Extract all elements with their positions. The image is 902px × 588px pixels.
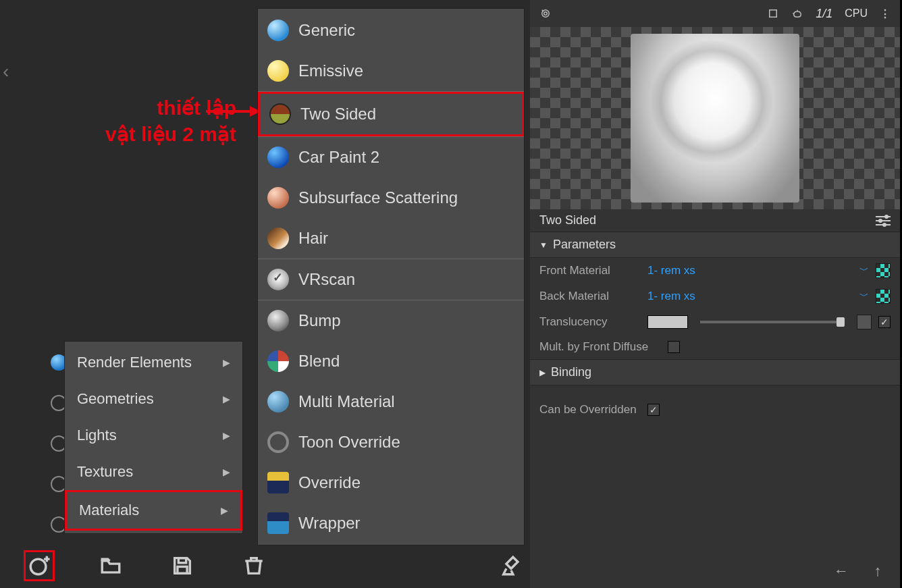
submenu-label: Subsurface Scattering xyxy=(298,188,458,207)
properties-footer: ← ↑ xyxy=(530,554,900,588)
submenu-label: Multi Material xyxy=(298,392,395,411)
menu-materials[interactable]: Materials ▶ xyxy=(65,490,242,531)
add-asset-button[interactable] xyxy=(24,550,55,581)
param-label: Front Material xyxy=(539,264,641,277)
section-label: Parameters xyxy=(553,238,616,252)
chevron-right-icon: ▶ xyxy=(223,430,230,441)
section-binding[interactable]: ▶ Binding xyxy=(530,359,900,385)
submenu-car-paint[interactable]: Car Paint 2 xyxy=(258,137,524,178)
asset-toolbar xyxy=(24,550,527,581)
material-override-icon xyxy=(267,472,289,493)
submenu-wrapper[interactable]: Wrapper xyxy=(258,503,524,543)
submenu-two-sided[interactable]: Two Sided xyxy=(258,92,524,136)
svg-point-4 xyxy=(544,12,548,16)
preview-resolution[interactable]: 1/1 xyxy=(816,7,832,21)
back-material-link[interactable]: 1- rem xs xyxy=(647,290,853,303)
material-properties-pane: 1/1 CPU ⋮ Two Sided ▼ Parameters Front M… xyxy=(530,0,900,588)
submenu-label: Car Paint 2 xyxy=(298,148,379,167)
menu-textures[interactable]: Textures ▶ xyxy=(65,454,242,490)
material-settings-icon[interactable] xyxy=(876,216,891,225)
chevron-down-icon[interactable]: ﹀ xyxy=(859,290,869,302)
material-bump-icon xyxy=(267,310,289,331)
material-hair-icon xyxy=(267,228,289,249)
menu-render-elements[interactable]: Render Elements ▶ xyxy=(65,344,242,381)
menu-label: Render Elements xyxy=(77,354,192,371)
open-button[interactable] xyxy=(95,550,126,581)
translucency-map-slot[interactable] xyxy=(857,315,872,329)
material-wrapper-icon xyxy=(267,512,289,534)
create-asset-menu: Render Elements ▶ Geometries ▶ Lights ▶ … xyxy=(64,341,243,534)
submenu-vrscan[interactable]: VRscan xyxy=(258,259,524,300)
chevron-down-icon: ▼ xyxy=(539,240,548,250)
submenu-emissive[interactable]: Emissive xyxy=(258,51,524,91)
front-material-map-slot[interactable] xyxy=(876,263,891,278)
menu-label: Lights xyxy=(77,427,117,444)
submenu-override[interactable]: Override xyxy=(258,462,524,503)
nav-back-button[interactable]: ← xyxy=(832,562,850,580)
submenu-multi-material[interactable]: Multi Material xyxy=(258,381,524,422)
param-label: Back Material xyxy=(539,290,641,303)
param-front-material: Front Material 1- rem xs ﹀ xyxy=(530,258,900,284)
translucency-slider[interactable] xyxy=(700,321,845,323)
submenu-sss[interactable]: Subsurface Scattering xyxy=(258,178,524,218)
menu-lights[interactable]: Lights ▶ xyxy=(65,417,242,454)
material-preview-swatch xyxy=(631,34,799,203)
back-material-map-slot[interactable] xyxy=(876,289,891,304)
section-label: Binding xyxy=(551,365,591,379)
menu-label: Textures xyxy=(77,463,133,481)
add-asset-icon xyxy=(28,554,51,577)
broom-icon xyxy=(500,554,523,577)
param-label: Translucency xyxy=(539,315,641,329)
preview-teapot-icon[interactable] xyxy=(791,7,803,20)
submenu-label: Hair xyxy=(298,229,328,248)
render-engine-selector[interactable]: CPU xyxy=(845,7,868,20)
save-button[interactable] xyxy=(167,550,198,581)
svg-point-0 xyxy=(30,559,46,574)
chevron-down-icon[interactable]: ﹀ xyxy=(859,265,869,277)
chevron-right-icon: ▶ xyxy=(223,394,230,404)
param-back-material: Back Material 1- rem xs ﹀ xyxy=(530,284,900,309)
more-options-icon[interactable]: ⋮ xyxy=(880,7,891,20)
annotation-line2: vật liệu 2 mặt xyxy=(105,123,236,145)
delete-button[interactable] xyxy=(238,550,269,581)
section-parameters[interactable]: ▼ Parameters xyxy=(530,232,900,258)
preview-size-icon[interactable] xyxy=(767,7,779,20)
submenu-label: Blend xyxy=(298,352,340,371)
nav-up-button[interactable]: ↑ xyxy=(869,562,886,580)
submenu-label: Toon Override xyxy=(298,433,400,452)
submenu-label: Emissive xyxy=(298,61,363,80)
svg-rect-2 xyxy=(178,566,187,573)
save-icon xyxy=(171,554,194,577)
submenu-toon-override[interactable]: Toon Override xyxy=(258,422,524,462)
submenu-generic[interactable]: Generic xyxy=(258,10,524,51)
material-name: Two Sided xyxy=(539,213,596,228)
submenu-label: VRscan xyxy=(298,270,355,289)
chevron-right-icon: ▶ xyxy=(539,368,546,377)
tutorial-annotation: thiết lập vật liệu 2 mặt xyxy=(37,95,236,147)
translucency-color-swatch[interactable] xyxy=(647,315,688,329)
menu-geometries[interactable]: Geometries ▶ xyxy=(65,381,242,417)
purge-button[interactable] xyxy=(496,550,527,581)
chevron-right-icon: ▶ xyxy=(223,466,230,477)
material-preview xyxy=(530,27,900,209)
mult-front-diffuse-checkbox[interactable] xyxy=(668,341,680,353)
front-material-link[interactable]: 1- rem xs xyxy=(647,264,853,277)
material-blend-icon xyxy=(267,350,289,372)
svg-rect-1 xyxy=(178,558,186,563)
material-car-paint-icon xyxy=(267,146,289,168)
annotation-line1: thiết lập xyxy=(157,97,236,119)
material-two-sided-icon xyxy=(269,103,291,125)
submenu-bump[interactable]: Bump xyxy=(258,300,524,341)
can-be-overridden-checkbox[interactable] xyxy=(647,404,660,416)
ipr-toggle-icon[interactable] xyxy=(539,7,552,20)
submenu-label: Two Sided xyxy=(300,105,376,124)
submenu-label: Override xyxy=(298,473,361,492)
slider-thumb[interactable] xyxy=(837,317,845,327)
translucency-map-toggle[interactable] xyxy=(878,316,891,328)
collapse-left-icon[interactable]: ‹ xyxy=(3,61,9,82)
param-mult-front-diffuse: Mult. by Front Diffuse xyxy=(530,335,900,359)
submenu-hair[interactable]: Hair xyxy=(258,218,524,259)
submenu-label: Bump xyxy=(298,311,341,330)
submenu-blend[interactable]: Blend xyxy=(258,341,524,381)
material-emissive-icon xyxy=(267,60,289,82)
